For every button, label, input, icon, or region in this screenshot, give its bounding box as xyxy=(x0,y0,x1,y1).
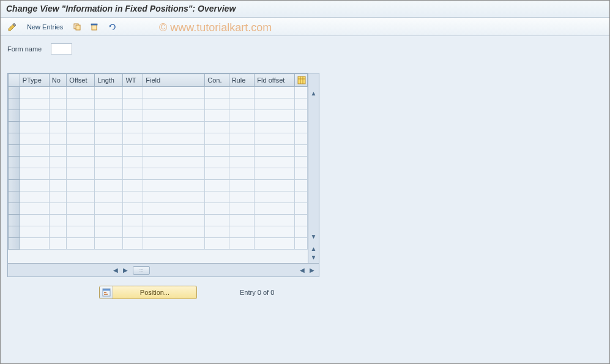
grid-cell[interactable] xyxy=(143,110,205,122)
grid-cell[interactable] xyxy=(229,168,255,180)
grid-cell[interactable] xyxy=(49,203,67,215)
row-selector[interactable] xyxy=(9,87,20,98)
col-lngth[interactable]: Lngth xyxy=(95,74,123,87)
grid-cell[interactable] xyxy=(95,168,123,180)
vertical-scrollbar[interactable]: ▲ ▼ ▲ ▼ xyxy=(308,73,319,263)
column-config-button[interactable] xyxy=(295,74,308,87)
grid-cell[interactable] xyxy=(20,98,49,110)
grid-cell[interactable] xyxy=(123,110,143,122)
row-selector[interactable] xyxy=(9,226,20,238)
row-selector[interactable] xyxy=(9,168,20,180)
grid-cell[interactable] xyxy=(255,238,295,250)
grid-cell[interactable] xyxy=(95,122,123,133)
grid-cell[interactable] xyxy=(49,215,67,226)
row-selector[interactable] xyxy=(9,133,20,145)
grid-cell[interactable] xyxy=(20,87,49,98)
grid-cell[interactable] xyxy=(95,226,123,238)
grid-cell[interactable] xyxy=(67,87,95,98)
position-button[interactable]: Position... xyxy=(99,286,197,299)
grid-cell[interactable] xyxy=(20,122,49,133)
grid-cell[interactable] xyxy=(67,191,95,203)
grid-cell[interactable] xyxy=(295,180,308,191)
grid-cell[interactable] xyxy=(20,226,49,238)
col-offset[interactable]: Offset xyxy=(67,74,95,87)
hscroll-thumb[interactable]: ::: xyxy=(133,266,150,275)
grid-cell[interactable] xyxy=(123,226,143,238)
grid-cell[interactable] xyxy=(205,133,229,145)
grid-cell[interactable] xyxy=(229,145,255,157)
grid-cell[interactable] xyxy=(20,145,49,157)
grid-cell[interactable] xyxy=(143,87,205,98)
hscroll-left-icon[interactable]: ◀ xyxy=(111,266,120,275)
grid-cell[interactable] xyxy=(67,122,95,133)
grid-cell[interactable] xyxy=(143,191,205,203)
grid-cell[interactable] xyxy=(295,87,308,98)
grid-cell[interactable] xyxy=(255,98,295,110)
grid-cell[interactable] xyxy=(123,122,143,133)
grid-cell[interactable] xyxy=(205,203,229,215)
row-selector[interactable] xyxy=(9,203,20,215)
grid-cell[interactable] xyxy=(123,133,143,145)
grid-cell[interactable] xyxy=(295,133,308,145)
form-name-input[interactable] xyxy=(51,43,72,54)
grid-cell[interactable] xyxy=(95,133,123,145)
grid-cell[interactable] xyxy=(205,238,229,250)
grid-cell[interactable] xyxy=(295,238,308,250)
hscroll-right-icon[interactable]: ▶ xyxy=(121,266,130,275)
grid-cell[interactable] xyxy=(67,157,95,168)
col-ptype[interactable]: PType xyxy=(20,74,49,87)
grid-cell[interactable] xyxy=(205,215,229,226)
grid-cell[interactable] xyxy=(49,87,67,98)
grid-cell[interactable] xyxy=(123,215,143,226)
col-fldoffset[interactable]: Fld offset xyxy=(255,74,295,87)
grid-cell[interactable] xyxy=(49,168,67,180)
copy-button[interactable] xyxy=(70,21,84,33)
grid-cell[interactable] xyxy=(229,133,255,145)
grid-cell[interactable] xyxy=(20,168,49,180)
grid-cell[interactable] xyxy=(255,87,295,98)
grid-cell[interactable] xyxy=(95,191,123,203)
grid-cell[interactable] xyxy=(123,203,143,215)
grid-cell[interactable] xyxy=(295,98,308,110)
col-rule[interactable]: Rule xyxy=(229,74,255,87)
grid-cell[interactable] xyxy=(67,180,95,191)
grid-cell[interactable] xyxy=(123,87,143,98)
grid-cell[interactable] xyxy=(205,122,229,133)
grid-cell[interactable] xyxy=(205,168,229,180)
grid-cell[interactable] xyxy=(95,157,123,168)
grid-cell[interactable] xyxy=(95,215,123,226)
grid-cell[interactable] xyxy=(255,226,295,238)
grid-cell[interactable] xyxy=(255,122,295,133)
grid-cell[interactable] xyxy=(229,215,255,226)
grid-cell[interactable] xyxy=(20,180,49,191)
col-no[interactable]: No xyxy=(49,74,67,87)
grid-cell[interactable] xyxy=(229,191,255,203)
grid-cell[interactable] xyxy=(20,215,49,226)
grid-cell[interactable] xyxy=(143,226,205,238)
grid-cell[interactable] xyxy=(143,238,205,250)
grid-cell[interactable] xyxy=(255,203,295,215)
col-field[interactable]: Field xyxy=(143,74,205,87)
grid-cell[interactable] xyxy=(229,226,255,238)
new-entries-button[interactable]: New Entries xyxy=(23,23,67,31)
grid-cell[interactable] xyxy=(205,145,229,157)
grid-cell[interactable] xyxy=(20,133,49,145)
grid-cell[interactable] xyxy=(229,122,255,133)
grid-cell[interactable] xyxy=(255,168,295,180)
row-selector[interactable] xyxy=(9,110,20,122)
grid-cell[interactable] xyxy=(295,168,308,180)
grid-cell[interactable] xyxy=(67,238,95,250)
grid-cell[interactable] xyxy=(255,157,295,168)
toggle-edit-button[interactable] xyxy=(5,21,20,33)
col-wt[interactable]: WT xyxy=(123,74,143,87)
grid-cell[interactable] xyxy=(295,122,308,133)
select-all-header[interactable] xyxy=(9,74,20,87)
grid-cell[interactable] xyxy=(20,110,49,122)
grid-cell[interactable] xyxy=(49,145,67,157)
grid-cell[interactable] xyxy=(205,87,229,98)
grid-cell[interactable] xyxy=(123,168,143,180)
grid-cell[interactable] xyxy=(20,238,49,250)
grid-cell[interactable] xyxy=(123,238,143,250)
grid-cell[interactable] xyxy=(255,145,295,157)
grid-cell[interactable] xyxy=(49,191,67,203)
